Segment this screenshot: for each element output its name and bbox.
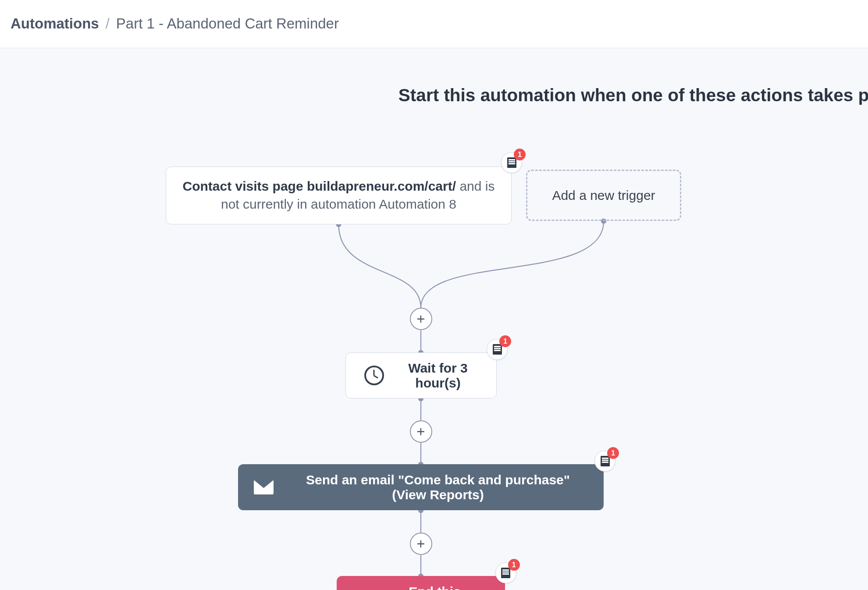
end-notes-count: 1 bbox=[508, 559, 520, 571]
breadcrumb: Automations / Part 1 - Abandoned Cart Re… bbox=[11, 15, 339, 32]
breadcrumb-separator: / bbox=[106, 15, 110, 32]
automation-canvas[interactable]: Start this automation when one of these … bbox=[0, 48, 868, 590]
wait-label: Wait for 3 hour(s) bbox=[396, 361, 480, 391]
email-notes-badge[interactable]: 1 bbox=[594, 451, 615, 472]
wait-notes-count: 1 bbox=[499, 335, 511, 347]
trigger-notes-badge[interactable]: 1 bbox=[501, 152, 522, 173]
breadcrumb-leaf[interactable]: Part 1 - Abandoned Cart Reminder bbox=[116, 15, 339, 32]
wait-notes-badge[interactable]: 1 bbox=[487, 339, 508, 360]
canvas-title: Start this automation when one of these … bbox=[0, 48, 868, 106]
add-trigger-node[interactable]: Add a new trigger bbox=[526, 170, 681, 221]
add-step-button-3[interactable]: + bbox=[410, 533, 432, 555]
note-icon bbox=[501, 568, 510, 578]
add-step-button-1[interactable]: + bbox=[410, 308, 432, 330]
header-bar: Automations / Part 1 - Abandoned Cart Re… bbox=[0, 0, 868, 48]
clock-icon bbox=[364, 366, 384, 385]
email-notes-count: 1 bbox=[607, 447, 619, 459]
end-label: End this automation bbox=[380, 584, 489, 590]
mail-icon bbox=[254, 480, 274, 494]
add-trigger-label: Add a new trigger bbox=[552, 188, 655, 203]
email-node[interactable]: Send an email "Come back and purchase" (… bbox=[238, 464, 604, 510]
note-icon bbox=[601, 456, 610, 466]
breadcrumb-root[interactable]: Automations bbox=[11, 15, 99, 32]
email-label: Send an email "Come back and purchase" (… bbox=[288, 473, 588, 502]
trigger-notes-count: 1 bbox=[514, 149, 526, 160]
wait-node[interactable]: Wait for 3 hour(s) bbox=[345, 352, 497, 398]
trigger-text: Contact visits page buildapreneur.com/ca… bbox=[182, 178, 495, 213]
trigger-node[interactable]: Contact visits page buildapreneur.com/ca… bbox=[166, 167, 512, 224]
end-notes-badge[interactable]: 1 bbox=[495, 562, 516, 583]
note-icon bbox=[493, 344, 502, 355]
end-node[interactable]: End this automation bbox=[337, 576, 505, 590]
add-step-button-2[interactable]: + bbox=[410, 420, 432, 443]
note-icon bbox=[507, 157, 516, 168]
